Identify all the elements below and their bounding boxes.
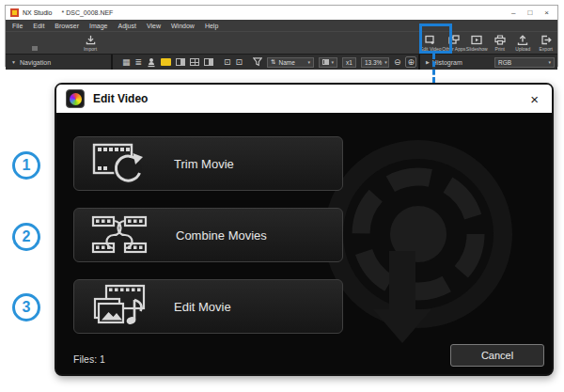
sort-label: Name	[278, 59, 294, 66]
combine-movies-icon	[91, 213, 148, 257]
edit-movie-button[interactable]: Edit Movie	[73, 279, 343, 334]
menu-edit[interactable]: Edit	[33, 23, 44, 29]
trim-movie-label: Trim Movie	[174, 157, 234, 171]
edit-movie-label: Edit Movie	[174, 300, 231, 314]
slideshow-button[interactable]: Slideshow	[465, 33, 489, 53]
import-label: Import	[84, 46, 97, 52]
edit-video-highlight-box	[419, 24, 452, 54]
close-icon[interactable]: ×	[544, 9, 549, 17]
combine-movies-label: Combine Movies	[176, 228, 267, 243]
export-icon	[540, 35, 552, 45]
histogram-panel-header: ▶ Histogram RGB ▾	[418, 55, 557, 70]
files-count-label: Files: 1	[73, 353, 105, 365]
chevron-down-icon: ▾	[384, 59, 387, 65]
step-callout-1: 1	[12, 151, 40, 180]
cancel-button[interactable]: Cancel	[450, 344, 544, 367]
edit-movie-icon	[91, 284, 146, 329]
import-button[interactable]: Import	[71, 33, 109, 53]
filmstrip-view-icon[interactable]	[204, 58, 213, 66]
thumbnail-size-dropdown[interactable]: ▾	[319, 57, 337, 68]
zoom-in-icon[interactable]: ⊕	[405, 56, 416, 68]
upload-label: Upload	[515, 46, 530, 52]
dialog-title: Edit Video	[93, 92, 148, 105]
slideshow-label: Slideshow	[466, 46, 488, 52]
dialog-body: Trim Movie Combine	[56, 113, 552, 374]
navbar: ▼ Navigation ▦ ≣ ⊡ ⊡ ⇅ Name ▾	[6, 54, 557, 70]
filmstrip-toggle-icon[interactable]	[32, 46, 38, 51]
minimize-icon[interactable]: –	[511, 9, 515, 17]
zoom-out-icon[interactable]: ⊖	[394, 57, 401, 67]
step-callout-2: 2	[12, 223, 40, 251]
print-label: Print	[495, 46, 505, 52]
app-logo-icon	[10, 8, 19, 17]
navigation-panel-header[interactable]: ▼ Navigation	[6, 55, 113, 70]
four-pane-view-icon[interactable]	[190, 58, 199, 66]
titlebar: NX Studio * DSC_0008.NEF – □ ×	[6, 6, 557, 20]
dialog-close-icon[interactable]: ×	[526, 92, 542, 106]
menu-view[interactable]: View	[147, 23, 161, 29]
chevron-down-icon: ▾	[308, 59, 311, 65]
zoom-level-value: 13.3%	[365, 59, 382, 66]
menu-window[interactable]: Window	[171, 23, 195, 29]
channel-value: RGB	[498, 59, 511, 66]
split-view-icon[interactable]	[176, 58, 185, 66]
photo-view-selected-icon[interactable]	[161, 58, 171, 66]
zoom-level-dropdown[interactable]: 13.3% ▾	[361, 57, 389, 68]
export-label: Export	[540, 46, 553, 52]
scale-1x-button[interactable]: x1	[342, 57, 356, 68]
menu-adjust[interactable]: Adjust	[118, 23, 136, 29]
channel-dropdown[interactable]: RGB ▾	[494, 57, 555, 68]
menubar: File Edit Browser Image Adjust View Wind…	[6, 20, 557, 31]
menu-file[interactable]: File	[12, 23, 23, 29]
trim-movie-icon	[91, 142, 146, 185]
dialog-titlebar: Edit Video ×	[56, 85, 552, 113]
upload-button[interactable]: Upload	[511, 33, 535, 53]
upload-icon	[517, 35, 528, 45]
menu-help[interactable]: Help	[205, 23, 218, 29]
chevron-down-icon: ▾	[332, 59, 335, 65]
menu-browser[interactable]: Browser	[55, 23, 79, 29]
export-button[interactable]: Export	[535, 33, 558, 53]
list-view-icon[interactable]: ≣	[135, 57, 143, 67]
chevron-down-icon: ▾	[548, 59, 551, 65]
sort-dropdown[interactable]: ⇅ Name ▾	[267, 57, 314, 68]
app-title: NX Studio	[23, 9, 53, 16]
histogram-label: Histogram	[432, 59, 462, 66]
map-view-icon[interactable]	[147, 57, 156, 68]
import-icon	[86, 35, 96, 45]
chevron-down-icon: ▼	[11, 59, 16, 65]
cancel-label: Cancel	[481, 350, 513, 361]
navigation-label: Navigation	[20, 59, 51, 66]
view-controls: ▦ ≣ ⊡ ⊡ ⇅ Name ▾ ▾	[117, 55, 416, 70]
callout-leader-line	[432, 54, 435, 83]
window-controls: – □ ×	[511, 9, 553, 17]
grid-view-icon[interactable]: ▦	[122, 57, 131, 67]
print-button[interactable]: Print	[489, 33, 512, 53]
nx-studio-logo-icon	[66, 89, 85, 108]
pane-icon	[322, 59, 328, 65]
compare-view-icon[interactable]: ⊡	[224, 57, 231, 67]
scale-label: x1	[346, 59, 352, 66]
step-callout-3: 3	[12, 293, 40, 321]
combine-movies-button[interactable]: Combine Movies	[73, 208, 343, 262]
print-icon	[494, 35, 506, 45]
filter-funnel-icon[interactable]	[253, 57, 262, 67]
document-name: * DSC_0008.NEF	[62, 9, 114, 16]
slideshow-icon	[471, 35, 482, 45]
fullscreen-icon[interactable]: ⊡	[236, 57, 243, 67]
chevron-right-icon[interactable]: ▶	[426, 59, 430, 65]
app-window: NX Studio * DSC_0008.NEF – □ × File Edit…	[5, 5, 558, 67]
sort-icon: ⇅	[271, 58, 275, 66]
menu-image[interactable]: Image	[89, 23, 107, 29]
toolbar: Import Edit Video Other Apps	[6, 31, 557, 54]
edit-video-dialog: Edit Video ×	[55, 83, 554, 376]
maximize-icon[interactable]: □	[527, 9, 532, 17]
trim-movie-button[interactable]: Trim Movie	[73, 136, 343, 191]
